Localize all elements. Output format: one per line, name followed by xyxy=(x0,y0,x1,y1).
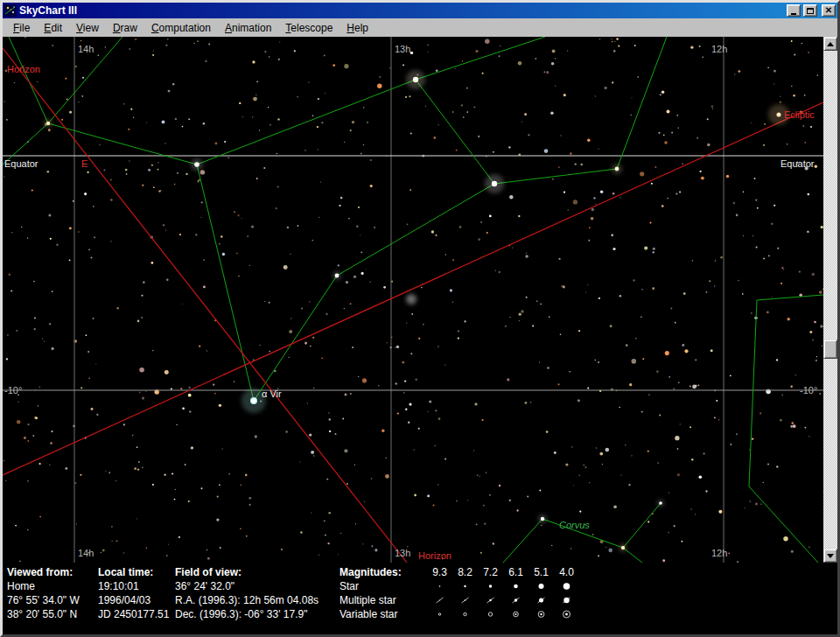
magnitude-value: 5.1 xyxy=(528,565,554,579)
scroll-up-icon xyxy=(827,42,834,46)
menu-animation[interactable]: Animation xyxy=(218,20,278,36)
local-time-header: Local time: xyxy=(98,565,175,579)
magnitude-value: 7.2 xyxy=(478,565,503,579)
window-title: SkyChart III xyxy=(19,3,784,18)
field-of-view-value: 36° 24' 32.0" xyxy=(175,579,340,593)
dec-label-right: -10° xyxy=(800,385,817,396)
julian-date-value: JD 2450177.51 xyxy=(98,607,175,621)
menu-telescope[interactable]: Telescope xyxy=(278,20,340,36)
app-icon xyxy=(4,4,17,17)
close-icon: ✕ xyxy=(825,6,832,15)
viewed-from-header: Viewed from: xyxy=(7,565,98,579)
ra-label-top-13h: 13h xyxy=(395,44,410,54)
viewed-from-column: Viewed from: Home 76° 55' 34.0" W 38° 20… xyxy=(7,565,98,634)
menu-file[interactable]: File xyxy=(6,20,37,36)
app-window: SkyChart III ✕ File Edit View Draw Compu… xyxy=(0,0,840,637)
horizon-label-top: Horizon xyxy=(7,64,40,74)
scrollbar-thumb[interactable] xyxy=(823,340,837,359)
menu-draw[interactable]: Draw xyxy=(106,20,144,36)
minimize-button[interactable] xyxy=(787,4,801,17)
equator-label-right: Equator xyxy=(780,158,815,169)
field-of-view-column: Field of view: 36° 24' 32.0" R.A. (1996.… xyxy=(175,565,340,634)
viewed-from-location: Home xyxy=(7,579,98,593)
maximize-icon xyxy=(807,8,814,14)
ra-label-top-14h: 14h xyxy=(78,44,94,54)
equator-label-left: Equator xyxy=(4,158,38,169)
magnitudes-header: Magnitudes: xyxy=(340,565,427,579)
menu-help[interactable]: Help xyxy=(340,20,375,36)
magnitude-value: 9.3 xyxy=(427,565,452,579)
ra-label-bottom-12h: 12h xyxy=(711,548,727,558)
ra-label-bottom-14h: 14h xyxy=(78,548,94,558)
variable-star-legend-label: Variable star xyxy=(340,607,427,621)
multiple-star-legend-label: Multiple star xyxy=(340,593,427,607)
menu-edit[interactable]: Edit xyxy=(37,20,69,36)
close-button[interactable]: ✕ xyxy=(822,4,836,17)
corvus-constellation-label: Corvus xyxy=(559,520,590,530)
local-date-value: 1996/04/03 xyxy=(98,593,175,607)
magnitudes-column: Magnitudes: 9.3 8.2 7.2 6.1 5.1 4.0 Star xyxy=(340,565,837,634)
minimize-icon xyxy=(791,13,796,15)
magnitude-values: 9.3 8.2 7.2 6.1 5.1 4.0 xyxy=(427,565,579,579)
magnitude-value: 8.2 xyxy=(452,565,478,579)
viewed-from-longitude: 76° 55' 34.0" W xyxy=(7,593,98,607)
variable-star-legend-icons xyxy=(427,607,579,621)
spica-star-label: α Vir xyxy=(262,388,282,399)
east-cardinal-label: E xyxy=(81,158,88,169)
vertical-scrollbar[interactable] xyxy=(823,37,837,563)
maximize-button[interactable] xyxy=(803,4,817,17)
dec-label-left: -10° xyxy=(4,385,22,396)
ecliptic-label: Ecliptic xyxy=(784,109,815,120)
ra-label-top-12h: 12h xyxy=(711,44,727,54)
magnitude-value: 6.1 xyxy=(503,565,528,579)
field-of-view-header: Field of view: xyxy=(175,565,340,579)
menu-view[interactable]: View xyxy=(69,20,106,36)
main-area: Horizon E Equator Equator Ecliptic -10° … xyxy=(3,37,837,563)
title-bar[interactable]: SkyChart III ✕ xyxy=(3,3,837,18)
multiple-star-legend-icons xyxy=(427,593,579,607)
star-legend-label: Star xyxy=(340,579,427,593)
horizon-label-bottom: Horizon xyxy=(418,550,452,561)
declination-value: Dec. (1996.3): -06° 33' 17.9" xyxy=(175,607,340,621)
sky-chart-canvas[interactable]: Horizon E Equator Equator Ecliptic -10° … xyxy=(3,37,823,563)
magnitude-value: 4.0 xyxy=(554,565,579,579)
menu-computation[interactable]: Computation xyxy=(144,20,218,36)
star-size-legend-icons xyxy=(427,579,579,593)
viewed-from-latitude: 38° 20' 55.0" N xyxy=(7,607,98,621)
scroll-down-icon xyxy=(827,554,834,558)
scroll-down-button[interactable] xyxy=(823,549,837,563)
menu-bar: File Edit View Draw Computation Animatio… xyxy=(3,18,837,37)
local-time-value: 19:10:01 xyxy=(98,579,175,593)
status-bar: Viewed from: Home 76° 55' 34.0" W 38° 20… xyxy=(3,563,837,634)
sky-chart[interactable]: Horizon E Equator Equator Ecliptic -10° … xyxy=(3,37,823,563)
right-ascension-value: R.A. (1996.3): 12h 56m 04.08s xyxy=(175,593,340,607)
scroll-up-button[interactable] xyxy=(823,37,837,51)
ra-label-bottom-13h: 13h xyxy=(395,548,410,558)
local-time-column: Local time: 19:10:01 1996/04/03 JD 24501… xyxy=(98,565,175,634)
